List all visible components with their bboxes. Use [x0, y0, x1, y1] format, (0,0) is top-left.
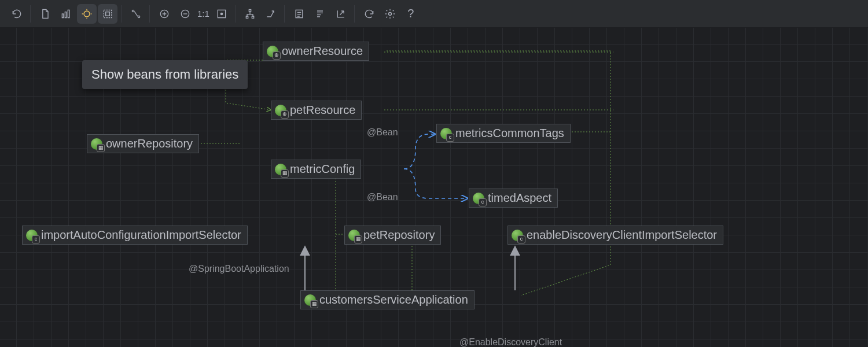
node-petResource[interactable]: petResource [271, 101, 362, 120]
zoom-in-icon[interactable] [155, 4, 174, 24]
file-icon[interactable] [35, 4, 55, 24]
svg-rect-5 [106, 12, 110, 16]
bean-icon [275, 105, 286, 116]
bean-icon [275, 164, 286, 175]
svg-rect-4 [104, 10, 111, 17]
svg-point-11 [220, 13, 222, 14]
edge-label-bean: @Bean [367, 127, 398, 138]
bean-icon [348, 230, 360, 241]
node-customersServiceApplication[interactable]: customersServiceApplication [300, 290, 475, 309]
svg-rect-14 [252, 16, 253, 18]
gear-icon[interactable] [380, 4, 400, 24]
tooltip-text: Show beans from libraries [91, 67, 238, 82]
diagram-canvas[interactable]: ownerResource petResource ownerRepositor… [0, 28, 868, 347]
node-importAutoConfigurationImportSelector[interactable]: importAutoConfigurationImportSelector [22, 226, 248, 245]
node-label: ownerResource [282, 45, 363, 58]
perspective-icon[interactable] [77, 4, 97, 24]
svg-rect-13 [246, 16, 248, 18]
sync-icon[interactable] [359, 4, 379, 24]
svg-rect-1 [65, 12, 67, 17]
node-ownerRepository[interactable]: ownerRepository [87, 134, 199, 153]
bean-icon [91, 138, 102, 150]
edge-label-bean: @Bean [367, 192, 398, 202]
bean-icon [440, 128, 452, 139]
diagram-toolbar: 1:1 ? [0, 0, 868, 28]
svg-point-3 [84, 11, 90, 17]
tooltip: Show beans from libraries [82, 60, 248, 89]
bean-icon [512, 230, 523, 241]
chart-icon[interactable] [56, 4, 76, 24]
node-label: metricConfig [290, 163, 355, 176]
edge-label-enablediscovery: @EnableDiscoveryClient [459, 337, 562, 347]
svg-rect-0 [62, 14, 64, 18]
node-label: enableDiscoveryClientImportSelector [527, 228, 717, 242]
svg-point-16 [388, 12, 391, 15]
fit-screen-icon[interactable] [212, 4, 231, 24]
node-label: timedAspect [488, 191, 551, 205]
node-label: ownerRepository [106, 137, 193, 150]
zoom-ratio[interactable]: 1:1 [196, 9, 211, 19]
node-label: customersServiceApplication [319, 293, 468, 307]
path-icon[interactable] [126, 4, 146, 24]
bean-icon [304, 294, 316, 306]
export-icon[interactable] [331, 4, 351, 24]
node-metricsCommonTags[interactable]: metricsCommonTags [436, 124, 571, 143]
node-label: petRepository [363, 228, 435, 242]
node-ownerResource[interactable]: ownerResource [263, 42, 369, 61]
details-icon[interactable] [310, 4, 330, 24]
selection-icon[interactable] [98, 4, 117, 24]
edge-label-springboot: @SpringBootApplication [189, 264, 289, 274]
list-icon[interactable] [289, 4, 309, 24]
node-enableDiscoveryClientImportSelector[interactable]: enableDiscoveryClientImportSelector [507, 226, 723, 245]
help-icon[interactable]: ? [401, 4, 421, 24]
node-timedAspect[interactable]: timedAspect [469, 189, 558, 208]
bean-icon [473, 193, 484, 204]
bean-icon [26, 230, 38, 241]
node-metricConfig[interactable]: metricConfig [271, 160, 361, 179]
bean-icon [267, 46, 278, 57]
svg-rect-2 [68, 10, 69, 17]
node-label: importAutoConfigurationImportSelector [41, 228, 241, 242]
node-petRepository[interactable]: petRepository [344, 226, 441, 245]
svg-point-6 [132, 10, 134, 12]
refresh-icon[interactable] [7, 4, 27, 24]
route-icon[interactable] [261, 4, 281, 24]
node-label: metricsCommonTags [455, 127, 564, 140]
zoom-out-icon[interactable] [175, 4, 195, 24]
svg-point-7 [138, 16, 139, 17]
node-label: petResource [290, 104, 355, 117]
hierarchy-icon[interactable] [240, 4, 260, 24]
svg-rect-12 [249, 9, 251, 11]
